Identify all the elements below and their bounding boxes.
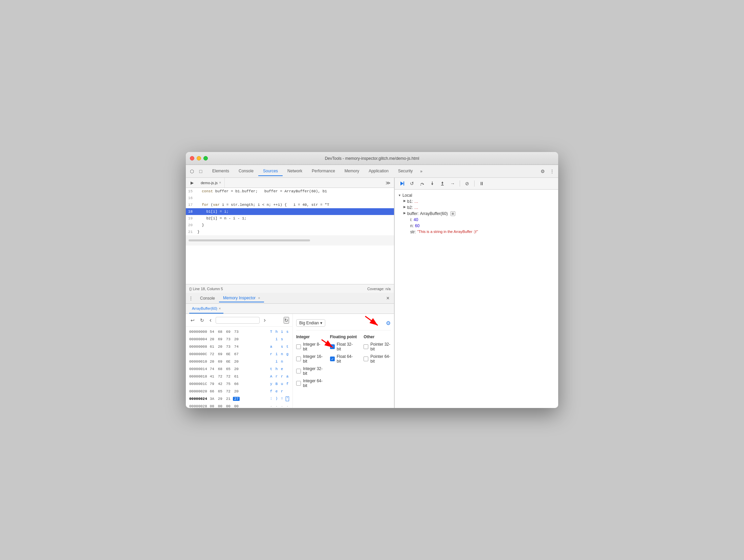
source-tab-close[interactable]: ×: [219, 181, 221, 185]
tab-console[interactable]: Console: [234, 167, 258, 176]
hex-byte[interactable]: 20: [233, 389, 240, 393]
scope-item-arrow-buffer[interactable]: ▶: [403, 211, 406, 215]
hex-byte[interactable]: 20: [217, 345, 223, 349]
cb-float64[interactable]: [330, 357, 335, 361]
tab-more[interactable]: »: [417, 167, 425, 176]
debug-step-out-btn[interactable]: [439, 180, 446, 187]
cursor-icon[interactable]: ⬡: [189, 168, 195, 175]
debug-async-btn[interactable]: ⏸: [478, 180, 485, 187]
panel-close-icon[interactable]: ×: [385, 295, 391, 302]
hex-byte[interactable]: 74: [233, 345, 240, 349]
hex-byte[interactable]: 65: [225, 367, 232, 371]
hex-byte[interactable]: 68: [217, 330, 223, 334]
hex-byte-selected[interactable]: 27: [233, 397, 240, 401]
hex-next-btn[interactable]: ›: [262, 316, 267, 324]
settings-gear-icon[interactable]: ⚙: [386, 320, 391, 326]
hex-byte[interactable]: 6E: [225, 360, 232, 364]
source-file-tab[interactable]: demo-js.js ×: [197, 178, 225, 188]
hex-byte[interactable]: 54: [209, 330, 215, 334]
cb-ptr32[interactable]: [364, 344, 368, 349]
fullscreen-button[interactable]: [203, 156, 208, 160]
tab-network[interactable]: Network: [283, 167, 307, 176]
hex-byte[interactable]: 00: [225, 404, 232, 408]
hex-byte[interactable]: 6E: [225, 352, 232, 356]
cb-int32[interactable]: [296, 369, 301, 373]
cb-ptr64[interactable]: [364, 357, 368, 361]
hex-prev-btn[interactable]: ‹: [208, 316, 213, 324]
hex-byte[interactable]: 20: [233, 360, 240, 364]
close-button[interactable]: [190, 156, 194, 160]
bottom-tab-memory-inspector[interactable]: Memory Inspector ×: [219, 294, 264, 302]
hex-byte[interactable]: 00: [233, 404, 240, 408]
tab-memory[interactable]: Memory: [340, 167, 364, 176]
debug-step-over-btn[interactable]: [418, 180, 426, 187]
more-options-icon[interactable]: ⋮: [549, 168, 555, 175]
hex-forward-btn[interactable]: ↻: [199, 317, 205, 324]
scope-local-header[interactable]: ▼ Local: [398, 192, 555, 198]
cb-int8[interactable]: [296, 344, 301, 349]
scope-item-arrow-b1[interactable]: ▶: [403, 199, 406, 202]
settings-icon[interactable]: ⚙: [539, 168, 546, 175]
hex-byte[interactable]: 20: [209, 360, 215, 364]
hex-byte[interactable]: 69: [225, 330, 232, 334]
hex-refresh-btn[interactable]: ↻: [284, 317, 289, 324]
hex-back-btn[interactable]: ↩: [189, 317, 196, 324]
debug-deactivate-btn[interactable]: ⊘: [463, 180, 471, 187]
arraybuffer-tab[interactable]: ArrayBuffer(60) ×: [189, 304, 223, 314]
hex-byte[interactable]: 61: [209, 345, 215, 349]
hex-byte[interactable]: 20: [233, 367, 240, 371]
debug-resume-btn[interactable]: [398, 180, 406, 187]
hex-byte[interactable]: 20: [233, 337, 240, 341]
scope-item-arrow-b2[interactable]: ▶: [403, 205, 406, 209]
hex-byte[interactable]: 29: [217, 397, 223, 401]
tab-elements[interactable]: Elements: [207, 167, 234, 176]
bottom-tab-console[interactable]: Console: [196, 295, 219, 302]
hex-byte[interactable]: 74: [209, 367, 215, 371]
hex-byte[interactable]: 67: [233, 352, 240, 356]
hex-byte[interactable]: 61: [233, 374, 240, 379]
hex-byte[interactable]: 42: [217, 382, 223, 386]
hex-byte[interactable]: 72: [225, 374, 232, 379]
source-run-icon[interactable]: ▶: [189, 179, 195, 186]
hex-byte[interactable]: 69: [217, 337, 223, 341]
source-more-icon[interactable]: ≫: [385, 179, 391, 186]
buffer-inspect-icon[interactable]: ⊞: [451, 211, 455, 216]
hex-byte[interactable]: 72: [217, 374, 223, 379]
hex-byte[interactable]: 79: [209, 382, 215, 386]
bottom-panel-menu[interactable]: ⋮: [189, 296, 193, 301]
hex-byte[interactable]: 21: [225, 397, 232, 401]
tab-sources[interactable]: Sources: [258, 167, 283, 176]
hex-byte[interactable]: 41: [209, 374, 215, 379]
tab-application[interactable]: Application: [364, 167, 393, 176]
code-line-17: 17 for (var i = str.length; i < n; ++i) …: [186, 201, 394, 208]
hex-byte[interactable]: 72: [209, 352, 215, 356]
debug-pause-icon[interactable]: ↺: [408, 180, 416, 187]
arraybuffer-tab-close[interactable]: ×: [219, 306, 221, 310]
endian-dropdown[interactable]: Big Endian ▾: [296, 319, 325, 327]
hex-byte[interactable]: 73: [225, 337, 232, 341]
debug-step-into-btn[interactable]: [429, 180, 436, 187]
hex-byte[interactable]: 69: [217, 352, 223, 356]
cb-int16[interactable]: [296, 357, 301, 361]
hex-byte[interactable]: 00: [217, 404, 223, 408]
hex-address-input[interactable]: 0x00000027: [216, 317, 260, 324]
bottom-tab-memory-close[interactable]: ×: [258, 296, 260, 300]
hex-byte[interactable]: 68: [217, 367, 223, 371]
device-icon[interactable]: □: [197, 168, 204, 175]
hex-byte[interactable]: 73: [225, 345, 232, 349]
hex-byte[interactable]: 66: [233, 382, 240, 386]
hex-byte[interactable]: 75: [225, 382, 232, 386]
hex-byte[interactable]: 66: [209, 389, 215, 393]
minimize-button[interactable]: [197, 156, 201, 160]
hex-byte[interactable]: 00: [209, 404, 215, 408]
hex-byte[interactable]: 3A: [209, 397, 215, 401]
tab-security[interactable]: Security: [393, 167, 417, 176]
hex-byte[interactable]: 69: [217, 360, 223, 364]
hex-byte[interactable]: 72: [225, 389, 232, 393]
debug-step-btn[interactable]: →: [449, 180, 456, 187]
hex-byte[interactable]: 20: [209, 337, 215, 341]
hex-byte[interactable]: 65: [217, 389, 223, 393]
hex-byte[interactable]: 73: [233, 330, 240, 334]
cb-int64[interactable]: [296, 381, 301, 386]
tab-performance[interactable]: Performance: [307, 167, 340, 176]
